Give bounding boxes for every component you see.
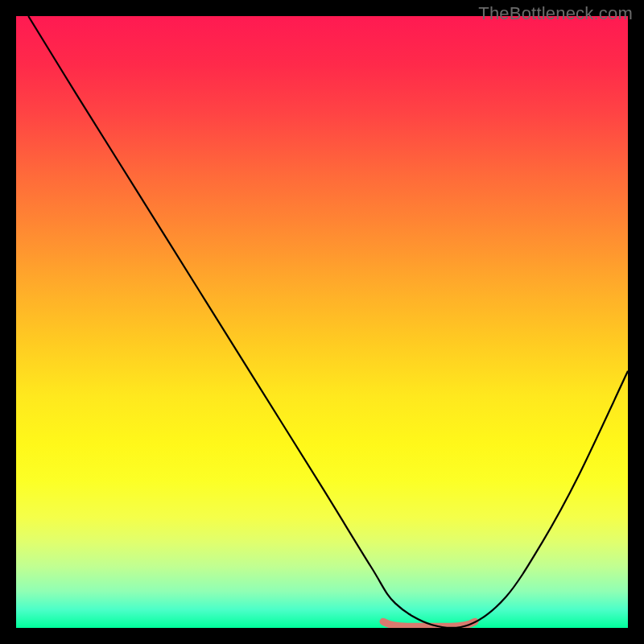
bottleneck-curve xyxy=(28,16,628,628)
chart-plot-area xyxy=(16,16,628,628)
chart-svg xyxy=(16,16,628,628)
watermark-text: TheBottleneck.com xyxy=(478,3,633,24)
